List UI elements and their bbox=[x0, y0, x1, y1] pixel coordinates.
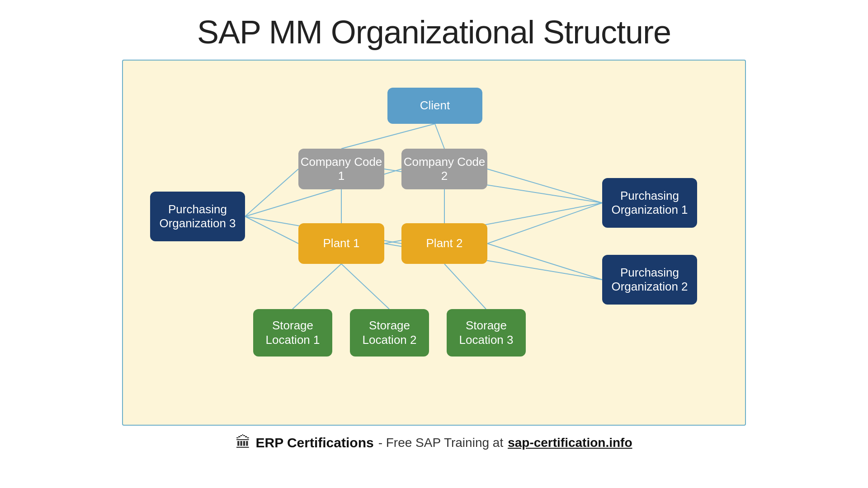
svg-line-1 bbox=[435, 124, 444, 149]
svg-line-12 bbox=[487, 169, 602, 203]
plant-2-node: Plant 2 bbox=[401, 223, 487, 264]
svg-line-6 bbox=[444, 264, 486, 309]
storage-location-3-node: Storage Location 3 bbox=[447, 309, 526, 357]
diagram-container: Client Company Code 1 Company Code 2 Pla… bbox=[122, 60, 746, 426]
svg-line-14 bbox=[487, 203, 602, 244]
svg-line-4 bbox=[292, 264, 341, 309]
footer-site-link[interactable]: sap-certification.info bbox=[508, 436, 632, 450]
purchasing-org-2-node: Purchasing Organization 2 bbox=[602, 255, 697, 305]
company-code-2-node: Company Code 2 bbox=[401, 149, 487, 189]
storage-location-2-node: Storage Location 2 bbox=[350, 309, 429, 357]
svg-line-0 bbox=[341, 124, 435, 149]
footer: 🏛 ERP Certifications - Free SAP Training… bbox=[236, 434, 632, 451]
svg-line-7 bbox=[245, 169, 298, 216]
page-title: SAP MM Organizational Structure bbox=[197, 14, 671, 51]
svg-line-5 bbox=[341, 264, 389, 309]
footer-brand: ERP Certifications bbox=[255, 435, 373, 450]
plant-1-node: Plant 1 bbox=[298, 223, 384, 264]
purchasing-org-3-node: Purchasing Organization 3 bbox=[150, 192, 245, 241]
client-node: Client bbox=[387, 88, 482, 124]
footer-logo: 🏛 bbox=[236, 434, 251, 451]
svg-line-9 bbox=[245, 216, 298, 244]
company-code-1-node: Company Code 1 bbox=[298, 149, 384, 189]
svg-line-16 bbox=[487, 244, 602, 280]
storage-location-1-node: Storage Location 1 bbox=[253, 309, 332, 357]
purchasing-org-1-node: Purchasing Organization 1 bbox=[602, 178, 697, 228]
footer-separator: - Free SAP Training at bbox=[378, 436, 504, 450]
